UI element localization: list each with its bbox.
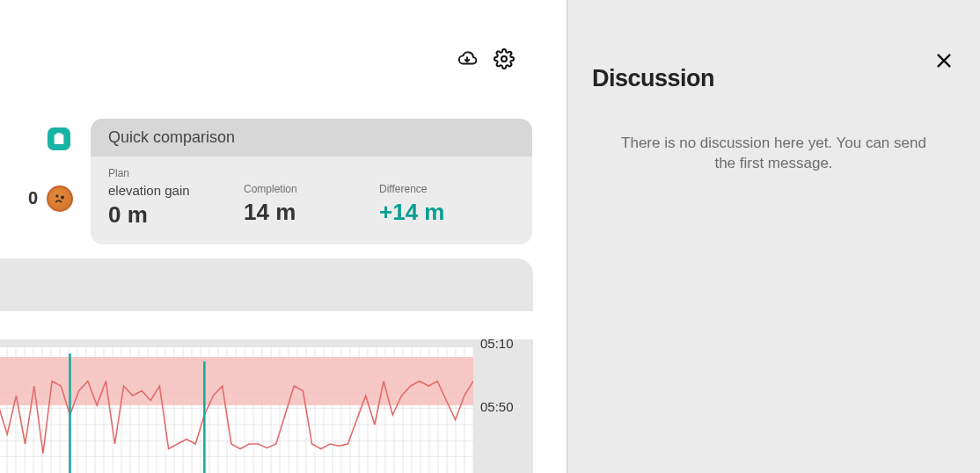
close-icon[interactable] <box>934 51 954 74</box>
gear-icon[interactable] <box>493 47 516 70</box>
y-tick: 05:50 <box>480 399 514 414</box>
cloud-download-icon[interactable] <box>456 47 479 70</box>
discussion-empty-message: There is no discussion here yet. You can… <box>611 134 936 174</box>
top-actions <box>456 47 516 70</box>
quick-comparison-card: Quick comparison Plan elevation gain 0 m… <box>91 119 532 244</box>
svg-point-0 <box>501 56 507 62</box>
svg-point-1 <box>55 194 58 197</box>
chart-canvas <box>0 347 473 473</box>
left-pane: 0 Quick comparison Plan elevation gain 0… <box>0 0 567 473</box>
discussion-panel: Discussion There is no discussion here y… <box>567 0 980 473</box>
svg-point-2 <box>61 196 64 200</box>
discussion-title: Discussion <box>592 65 714 92</box>
clipboard-icon[interactable] <box>48 127 70 150</box>
card-title: Quick comparison <box>91 119 532 156</box>
plan-value: 0 m <box>108 201 244 229</box>
difference-value: +14 m <box>379 199 515 226</box>
difference-label: Difference <box>379 183 515 195</box>
completion-value: 14 m <box>244 199 379 226</box>
coin-icon[interactable] <box>47 186 73 212</box>
metric-name: elevation gain <box>108 183 244 198</box>
y-tick: 05:10 <box>480 336 514 351</box>
completion-label: Completion <box>244 183 379 195</box>
plan-label: Plan <box>108 167 244 179</box>
badge-count: 0 <box>28 188 38 208</box>
pace-chart[interactable]: 05:10 05:50 <box>0 258 533 473</box>
